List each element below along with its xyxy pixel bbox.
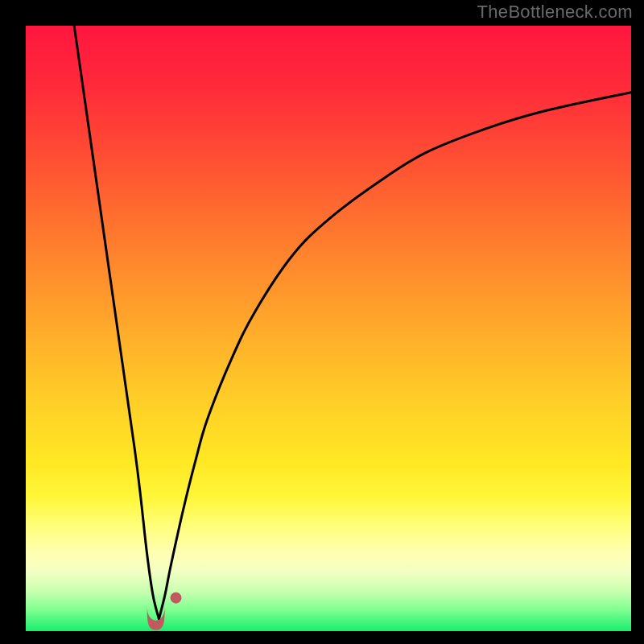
plot-area xyxy=(26,26,631,631)
marker-dot xyxy=(170,592,181,604)
curve-left-branch xyxy=(74,26,159,619)
curve-right-branch xyxy=(159,93,631,619)
outer-frame: TheBottleneck.com xyxy=(0,0,644,644)
bottleneck-curve xyxy=(26,26,631,631)
watermark-label: TheBottleneck.com xyxy=(477,2,633,23)
